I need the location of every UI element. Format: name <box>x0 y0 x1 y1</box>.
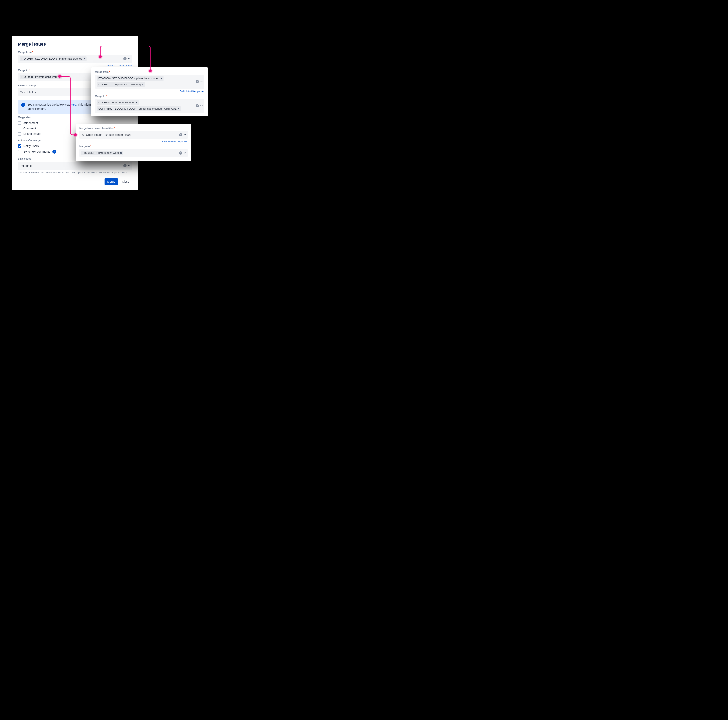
chip-label: ITO-3958 - Printers don't work <box>98 101 134 104</box>
merge-button[interactable]: Merge <box>104 178 118 185</box>
link-issues-value: relates to <box>20 163 34 168</box>
chip-label: ITO-3968 - SECOND FLOOR - printer has cr… <box>98 77 159 80</box>
chip-remove-icon[interactable]: ✕ <box>160 77 162 80</box>
chevron-down-icon[interactable] <box>183 133 187 136</box>
checkbox-notify[interactable] <box>18 144 21 148</box>
chip-mt-filter[interactable]: ITO-3958 - Printers don't work ✕ <box>81 151 123 156</box>
filter-label: Merge from issues from filter* <box>80 127 188 130</box>
fields-placeholder: Select fields <box>20 90 36 95</box>
link-issues-select[interactable]: relates to ✕ <box>18 162 132 170</box>
chevron-down-icon[interactable] <box>127 164 131 168</box>
info-here-link[interactable]: here <box>71 103 76 106</box>
chevron-down-icon[interactable] <box>127 57 131 61</box>
chip-remove-icon[interactable]: ✕ <box>142 83 144 86</box>
merge-to-label: Merge to* <box>80 145 188 148</box>
merge-to-select[interactable]: ITO-3958 - Printers don't work ✕ ✕ <box>80 149 188 157</box>
svg-point-2 <box>54 151 55 152</box>
switch-to-issue-picker-link[interactable]: Switch to issue picker <box>162 140 188 143</box>
dialog-title: Merge issues <box>18 41 132 47</box>
filter-select[interactable]: All Open Issues - Broken printer (100) ✕ <box>80 131 188 139</box>
chip-remove-icon[interactable]: ✕ <box>178 107 180 110</box>
merge-from-select[interactable]: ITO-3968 - SECOND FLOOR - printer has cr… <box>18 55 132 63</box>
chip-mt-1[interactable]: ITO-3958 - Printers don't work ✕ <box>97 100 139 105</box>
info-icon[interactable] <box>52 150 57 153</box>
checkbox-sync-label: Sync next comments <box>23 150 50 153</box>
chevron-down-icon[interactable] <box>200 104 203 107</box>
chip-label: ITO-3958 - Printers don't work <box>21 75 57 79</box>
chip-mf-1[interactable]: ITO-3968 - SECOND FLOOR - printer has cr… <box>97 76 164 81</box>
chevron-down-icon[interactable] <box>183 151 187 155</box>
checkbox-attachment[interactable] <box>18 121 21 125</box>
svg-rect-3 <box>54 152 55 152</box>
clear-icon[interactable]: ✕ <box>196 104 199 107</box>
clear-icon[interactable]: ✕ <box>123 57 127 60</box>
merge-from-label: Merge from* <box>95 70 204 74</box>
chip-mf-2[interactable]: ITO-3967 - The printer isn't working ✕ <box>97 82 145 87</box>
link-issues-help: This link type will be set on the merged… <box>18 171 132 175</box>
chip-remove-icon[interactable]: ✕ <box>58 75 61 79</box>
clear-icon[interactable]: ✕ <box>196 80 199 83</box>
chip-label: ITO-3967 - The printer isn't working <box>98 83 141 87</box>
checkbox-comment-label: Comment <box>23 127 36 130</box>
clear-icon[interactable]: ✕ <box>123 164 127 167</box>
merge-from-multi-select[interactable]: ITO-3968 - SECOND FLOOR - printer has cr… <box>95 75 204 89</box>
svg-point-0 <box>23 104 23 104</box>
checkbox-linked-issues-label: Linked Issues <box>23 132 41 135</box>
chevron-down-icon[interactable] <box>200 80 203 83</box>
merge-to-multi-select[interactable]: ITO-3958 - Printers don't work ✕ SOFT-45… <box>95 99 204 113</box>
switch-to-filter-link[interactable]: Switch to filter picker <box>107 64 132 67</box>
chip-label: ITO-3968 - SECOND FLOOR - printer has cr… <box>21 57 82 61</box>
svg-rect-1 <box>23 104 23 106</box>
chip-remove-icon[interactable]: ✕ <box>83 57 86 61</box>
merge-to-label: Merge to* <box>95 95 204 98</box>
merge-also-label: Merge also <box>18 116 132 119</box>
merge-multi-panel: Merge from* ITO-3968 - SECOND FLOOR - pr… <box>91 67 208 116</box>
filter-value: All Open Issues - Broken printer (100) <box>81 132 132 137</box>
chip-mt-2[interactable]: SOFT-4589 - SECOND FLOOR - printer has c… <box>97 106 181 112</box>
switch-to-filter-link[interactable]: Switch to filter picker <box>179 90 204 93</box>
dialog-buttons: Merge Close <box>18 178 132 185</box>
checkbox-sync[interactable] <box>18 150 21 153</box>
checkbox-notify-label: Notify users <box>23 144 39 148</box>
checkbox-comment[interactable] <box>18 127 21 130</box>
checkbox-linked-issues[interactable] <box>18 132 21 136</box>
clear-icon[interactable]: ✕ <box>179 152 182 155</box>
chip-merge-to-1[interactable]: ITO-3958 - Printers don't work ✕ <box>20 75 62 80</box>
info-icon <box>21 103 25 107</box>
clear-icon[interactable]: ✕ <box>179 133 182 136</box>
chip-remove-icon[interactable]: ✕ <box>136 101 138 104</box>
chip-label: ITO-3958 - Printers don't work <box>83 151 119 155</box>
merge-filter-panel: Merge from issues from filter* All Open … <box>76 124 191 161</box>
close-button[interactable]: Close <box>119 178 132 185</box>
chip-merge-from-1[interactable]: ITO-3968 - SECOND FLOOR - printer has cr… <box>20 57 87 61</box>
chip-label: SOFT-4589 - SECOND FLOOR - printer has c… <box>98 107 176 111</box>
chip-remove-icon[interactable]: ✕ <box>120 152 122 155</box>
merge-from-label: Merge from* <box>18 51 132 54</box>
checkbox-attachment-label: Attachment <box>23 121 38 125</box>
